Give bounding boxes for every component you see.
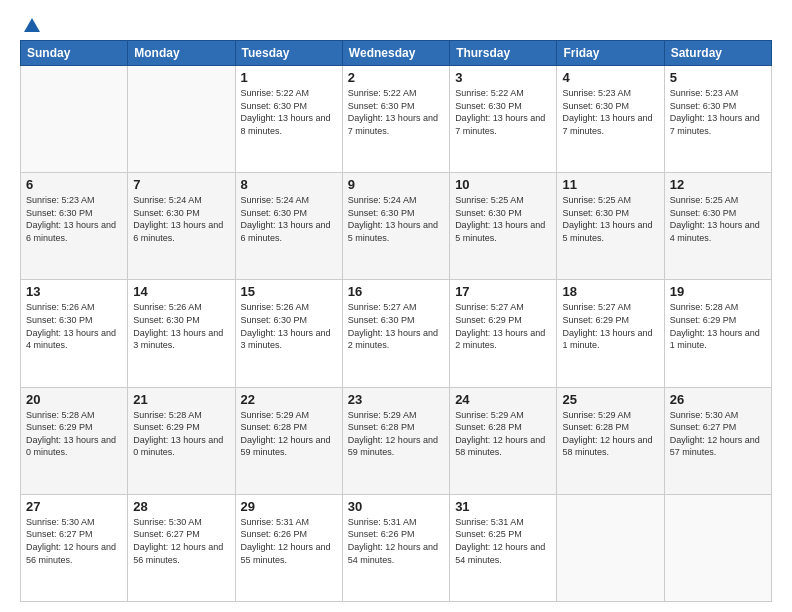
day-info: Sunrise: 5:22 AMSunset: 6:30 PMDaylight:… — [455, 87, 551, 137]
table-row: 29 Sunrise: 5:31 AMSunset: 6:26 PMDaylig… — [235, 494, 342, 601]
day-number: 11 — [562, 177, 658, 192]
table-row: 4 Sunrise: 5:23 AMSunset: 6:30 PMDayligh… — [557, 66, 664, 173]
day-info: Sunrise: 5:27 AMSunset: 6:29 PMDaylight:… — [455, 301, 551, 351]
day-number: 7 — [133, 177, 229, 192]
day-number: 31 — [455, 499, 551, 514]
day-info: Sunrise: 5:28 AMSunset: 6:29 PMDaylight:… — [670, 301, 766, 351]
calendar-table: Sunday Monday Tuesday Wednesday Thursday… — [20, 40, 772, 602]
day-number: 1 — [241, 70, 337, 85]
day-number: 13 — [26, 284, 122, 299]
table-row: 5 Sunrise: 5:23 AMSunset: 6:30 PMDayligh… — [664, 66, 771, 173]
day-number: 19 — [670, 284, 766, 299]
day-info: Sunrise: 5:26 AMSunset: 6:30 PMDaylight:… — [26, 301, 122, 351]
table-row: 24 Sunrise: 5:29 AMSunset: 6:28 PMDaylig… — [450, 387, 557, 494]
day-number: 5 — [670, 70, 766, 85]
table-row — [664, 494, 771, 601]
day-info: Sunrise: 5:31 AMSunset: 6:26 PMDaylight:… — [348, 516, 444, 566]
day-info: Sunrise: 5:26 AMSunset: 6:30 PMDaylight:… — [241, 301, 337, 351]
day-number: 27 — [26, 499, 122, 514]
day-number: 8 — [241, 177, 337, 192]
calendar-week-row: 1 Sunrise: 5:22 AMSunset: 6:30 PMDayligh… — [21, 66, 772, 173]
day-info: Sunrise: 5:22 AMSunset: 6:30 PMDaylight:… — [348, 87, 444, 137]
day-info: Sunrise: 5:25 AMSunset: 6:30 PMDaylight:… — [670, 194, 766, 244]
day-number: 9 — [348, 177, 444, 192]
table-row: 9 Sunrise: 5:24 AMSunset: 6:30 PMDayligh… — [342, 173, 449, 280]
day-number: 14 — [133, 284, 229, 299]
day-info: Sunrise: 5:22 AMSunset: 6:30 PMDaylight:… — [241, 87, 337, 137]
day-number: 16 — [348, 284, 444, 299]
day-info: Sunrise: 5:31 AMSunset: 6:25 PMDaylight:… — [455, 516, 551, 566]
day-info: Sunrise: 5:29 AMSunset: 6:28 PMDaylight:… — [241, 409, 337, 459]
day-info: Sunrise: 5:30 AMSunset: 6:27 PMDaylight:… — [26, 516, 122, 566]
day-number: 28 — [133, 499, 229, 514]
day-number: 17 — [455, 284, 551, 299]
table-row: 8 Sunrise: 5:24 AMSunset: 6:30 PMDayligh… — [235, 173, 342, 280]
day-info: Sunrise: 5:29 AMSunset: 6:28 PMDaylight:… — [455, 409, 551, 459]
header-friday: Friday — [557, 41, 664, 66]
table-row: 3 Sunrise: 5:22 AMSunset: 6:30 PMDayligh… — [450, 66, 557, 173]
table-row — [128, 66, 235, 173]
calendar-week-row: 20 Sunrise: 5:28 AMSunset: 6:29 PMDaylig… — [21, 387, 772, 494]
table-row: 12 Sunrise: 5:25 AMSunset: 6:30 PMDaylig… — [664, 173, 771, 280]
day-info: Sunrise: 5:23 AMSunset: 6:30 PMDaylight:… — [562, 87, 658, 137]
table-row: 11 Sunrise: 5:25 AMSunset: 6:30 PMDaylig… — [557, 173, 664, 280]
day-number: 23 — [348, 392, 444, 407]
logo — [20, 18, 40, 32]
day-info: Sunrise: 5:30 AMSunset: 6:27 PMDaylight:… — [133, 516, 229, 566]
table-row: 7 Sunrise: 5:24 AMSunset: 6:30 PMDayligh… — [128, 173, 235, 280]
day-info: Sunrise: 5:25 AMSunset: 6:30 PMDaylight:… — [455, 194, 551, 244]
table-row: 2 Sunrise: 5:22 AMSunset: 6:30 PMDayligh… — [342, 66, 449, 173]
logo-icon — [24, 18, 40, 32]
day-info: Sunrise: 5:28 AMSunset: 6:29 PMDaylight:… — [26, 409, 122, 459]
day-number: 12 — [670, 177, 766, 192]
table-row: 18 Sunrise: 5:27 AMSunset: 6:29 PMDaylig… — [557, 280, 664, 387]
day-number: 24 — [455, 392, 551, 407]
table-row: 28 Sunrise: 5:30 AMSunset: 6:27 PMDaylig… — [128, 494, 235, 601]
day-info: Sunrise: 5:31 AMSunset: 6:26 PMDaylight:… — [241, 516, 337, 566]
day-number: 10 — [455, 177, 551, 192]
table-row: 16 Sunrise: 5:27 AMSunset: 6:30 PMDaylig… — [342, 280, 449, 387]
day-number: 4 — [562, 70, 658, 85]
day-info: Sunrise: 5:24 AMSunset: 6:30 PMDaylight:… — [241, 194, 337, 244]
table-row: 20 Sunrise: 5:28 AMSunset: 6:29 PMDaylig… — [21, 387, 128, 494]
table-row: 15 Sunrise: 5:26 AMSunset: 6:30 PMDaylig… — [235, 280, 342, 387]
table-row: 27 Sunrise: 5:30 AMSunset: 6:27 PMDaylig… — [21, 494, 128, 601]
day-info: Sunrise: 5:29 AMSunset: 6:28 PMDaylight:… — [348, 409, 444, 459]
day-number: 30 — [348, 499, 444, 514]
day-number: 15 — [241, 284, 337, 299]
day-info: Sunrise: 5:25 AMSunset: 6:30 PMDaylight:… — [562, 194, 658, 244]
table-row: 22 Sunrise: 5:29 AMSunset: 6:28 PMDaylig… — [235, 387, 342, 494]
header-wednesday: Wednesday — [342, 41, 449, 66]
table-row — [557, 494, 664, 601]
calendar-week-row: 6 Sunrise: 5:23 AMSunset: 6:30 PMDayligh… — [21, 173, 772, 280]
table-row: 31 Sunrise: 5:31 AMSunset: 6:25 PMDaylig… — [450, 494, 557, 601]
day-number: 18 — [562, 284, 658, 299]
day-info: Sunrise: 5:24 AMSunset: 6:30 PMDaylight:… — [133, 194, 229, 244]
table-row: 13 Sunrise: 5:26 AMSunset: 6:30 PMDaylig… — [21, 280, 128, 387]
day-info: Sunrise: 5:24 AMSunset: 6:30 PMDaylight:… — [348, 194, 444, 244]
table-row: 30 Sunrise: 5:31 AMSunset: 6:26 PMDaylig… — [342, 494, 449, 601]
day-number: 25 — [562, 392, 658, 407]
table-row: 26 Sunrise: 5:30 AMSunset: 6:27 PMDaylig… — [664, 387, 771, 494]
calendar-week-row: 27 Sunrise: 5:30 AMSunset: 6:27 PMDaylig… — [21, 494, 772, 601]
day-info: Sunrise: 5:26 AMSunset: 6:30 PMDaylight:… — [133, 301, 229, 351]
header-thursday: Thursday — [450, 41, 557, 66]
day-number: 3 — [455, 70, 551, 85]
table-row: 1 Sunrise: 5:22 AMSunset: 6:30 PMDayligh… — [235, 66, 342, 173]
table-row: 17 Sunrise: 5:27 AMSunset: 6:29 PMDaylig… — [450, 280, 557, 387]
table-row: 21 Sunrise: 5:28 AMSunset: 6:29 PMDaylig… — [128, 387, 235, 494]
weekday-header-row: Sunday Monday Tuesday Wednesday Thursday… — [21, 41, 772, 66]
day-info: Sunrise: 5:29 AMSunset: 6:28 PMDaylight:… — [562, 409, 658, 459]
header — [20, 18, 772, 32]
table-row: 10 Sunrise: 5:25 AMSunset: 6:30 PMDaylig… — [450, 173, 557, 280]
table-row: 23 Sunrise: 5:29 AMSunset: 6:28 PMDaylig… — [342, 387, 449, 494]
day-number: 22 — [241, 392, 337, 407]
day-info: Sunrise: 5:28 AMSunset: 6:29 PMDaylight:… — [133, 409, 229, 459]
header-monday: Monday — [128, 41, 235, 66]
day-info: Sunrise: 5:23 AMSunset: 6:30 PMDaylight:… — [670, 87, 766, 137]
day-number: 26 — [670, 392, 766, 407]
table-row: 25 Sunrise: 5:29 AMSunset: 6:28 PMDaylig… — [557, 387, 664, 494]
day-info: Sunrise: 5:23 AMSunset: 6:30 PMDaylight:… — [26, 194, 122, 244]
header-saturday: Saturday — [664, 41, 771, 66]
day-number: 29 — [241, 499, 337, 514]
